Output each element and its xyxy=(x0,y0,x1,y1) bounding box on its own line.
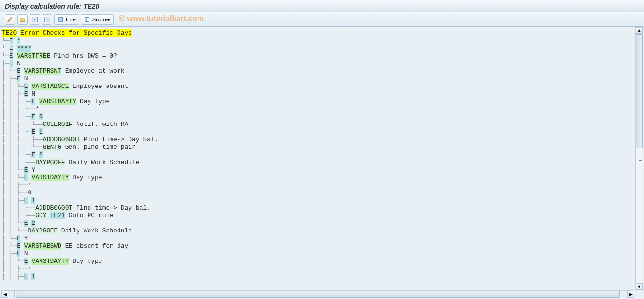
tree-node[interactable]: └─E **** xyxy=(2,45,642,52)
scroll-down-button[interactable]: ▼ xyxy=(636,283,643,290)
root-code: TE20 xyxy=(2,29,17,37)
tree-node[interactable]: │ │ ├──* xyxy=(2,265,642,273)
tree-node[interactable]: │ └─E Y xyxy=(2,235,642,242)
tree-node[interactable]: │ ├─E N xyxy=(2,250,642,258)
tree-node[interactable]: │ │ │ ├──ADDDB0600T Plnd time-> Day bal. xyxy=(2,204,642,212)
line-button[interactable]: Line xyxy=(54,14,79,25)
tree-node[interactable]: │ │ ├─E 1 xyxy=(2,273,642,280)
tree-node[interactable]: │ └─E VARSTABSWD EE absent for day xyxy=(2,242,642,250)
tree-node[interactable]: └─E VARSTFREE Plnd hrs DWS = 0? xyxy=(2,52,642,60)
scroll-left-button[interactable]: ◀ xyxy=(1,291,8,298)
scroll-thumb-horizontal[interactable] xyxy=(16,291,620,298)
page-title: Display calculation rule: TE20 xyxy=(5,2,99,10)
collapse-icon xyxy=(44,16,50,23)
subtree-button-label: Subtree xyxy=(92,17,111,22)
tree-node[interactable]: │ │ │ ├─E 0 xyxy=(2,113,642,121)
tree-node[interactable]: │ │ │ │ ├──ADDDB0600T Plnd time-> Day ba… xyxy=(2,136,642,144)
collapse-button[interactable] xyxy=(42,14,52,25)
tree-node[interactable]: │ └─E VARSTPRSNT Employee at work xyxy=(2,68,642,75)
vertical-scrollbar[interactable]: ▲ ▼ xyxy=(635,27,643,290)
other-object-button[interactable] xyxy=(17,14,28,25)
horizontal-scrollbar[interactable]: ◀ ▶ xyxy=(1,290,634,298)
scroll-up-button[interactable]: ▲ xyxy=(636,27,643,34)
tree-node[interactable]: │ │ │ ├─E 1 xyxy=(2,128,642,136)
folder-icon xyxy=(19,16,26,23)
tree-node[interactable]: └─E * xyxy=(2,37,642,45)
svg-point-0 xyxy=(11,17,12,19)
tree-content: TE20 Error Checks for Specific Days └─E … xyxy=(0,27,644,290)
tree-node[interactable]: │ │ └─E VARSTDAYTY Day type xyxy=(2,174,642,182)
tree-node[interactable]: │ │ ├──* xyxy=(2,182,642,189)
scroll-split-right[interactable] xyxy=(621,291,627,298)
root-desc: Error Checks for Specific Days xyxy=(20,29,132,37)
tree-node[interactable]: │ │ ├──0 xyxy=(2,189,642,197)
watermark-text: © www.tutorialkart.com xyxy=(119,14,204,23)
subtree-icon xyxy=(84,16,91,23)
tree-node[interactable]: │ ├─E N xyxy=(2,75,642,83)
tree-node[interactable]: │ │ └─E VARSTDAYTY Day type xyxy=(2,258,642,265)
toolbar: Line Subtree © www.tutorialkart.com xyxy=(0,12,644,27)
expand-button[interactable] xyxy=(30,14,40,25)
line-button-label: Line xyxy=(66,17,76,22)
expand-icon xyxy=(31,16,38,23)
tree-node[interactable]: │ │ ├─E 1 xyxy=(2,197,642,204)
window-header: Display calculation rule: TE20 xyxy=(0,0,644,12)
tree-node[interactable]: │ │ └─E 2 xyxy=(2,220,642,227)
tree-node[interactable]: │ │ │ └─E VARSTDAYTY Day type xyxy=(2,98,642,106)
tree-node[interactable]: │ │ └─E Y xyxy=(2,166,642,174)
tree-root[interactable]: TE20 Error Checks for Specific Days xyxy=(2,29,642,37)
tree-node[interactable]: │ │ │ └─E 2 xyxy=(2,151,642,159)
scroll-right-button[interactable]: ▶ xyxy=(627,291,634,298)
scroll-nub-icon xyxy=(639,160,642,163)
tree-node[interactable]: │ │ └─E VARSTABSCE Employee absent xyxy=(2,83,642,90)
tree-node[interactable]: │ │ └──DAYPGOFF Daily Work Schedule xyxy=(2,227,642,235)
tree-node[interactable]: │ │ │ │ └──GENTG Gen. plnd time pair xyxy=(2,144,642,151)
line-icon xyxy=(58,16,64,23)
tree-node[interactable]: │ │ │ ├──* xyxy=(2,106,642,113)
subtree-button[interactable]: Subtree xyxy=(81,14,114,25)
scroll-thumb-vertical[interactable] xyxy=(636,34,643,148)
tree-node[interactable]: │ │ │ └──GCY TE21 Goto PC rule xyxy=(2,212,642,220)
pencil-glasses-icon xyxy=(7,16,13,23)
toggle-display-button[interactable] xyxy=(5,14,15,25)
tree-node[interactable]: │ │ │ │ └──COLER01F Notif. with RA xyxy=(2,121,642,128)
scroll-split-left[interactable] xyxy=(8,291,15,298)
tree-node[interactable]: │ │ │ └──DAYPGOFF Daily Work Schedule xyxy=(2,159,642,166)
tree-node[interactable]: ├─E N xyxy=(2,60,642,68)
tree-node[interactable]: │ │ ├─E N xyxy=(2,90,642,98)
